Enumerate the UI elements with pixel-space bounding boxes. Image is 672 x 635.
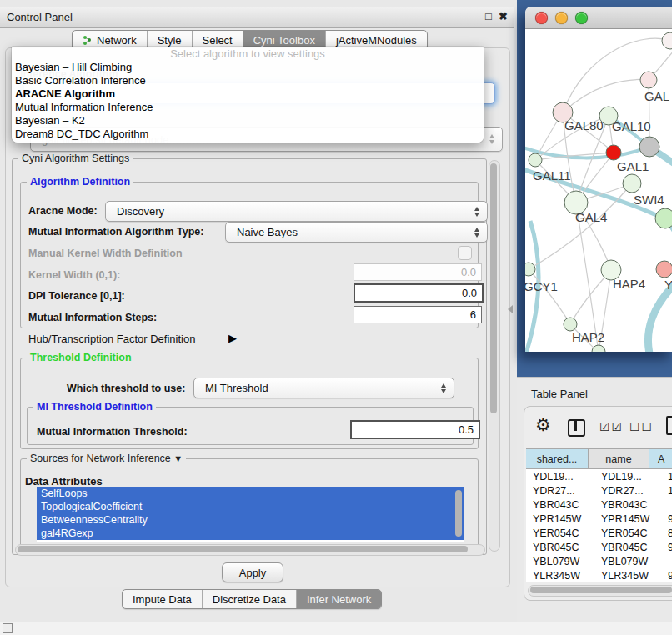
threshold-definition-title: Threshold Definition — [27, 352, 135, 363]
network-node-SWI4[interactable] — [655, 208, 672, 228]
kernel-width-value: 0.0 — [461, 266, 476, 278]
settings-horizontal-scrollbar[interactable] — [15, 544, 485, 556]
float-window-icon[interactable]: □ — [485, 11, 492, 22]
dpi-tolerance-label: DPI Tolerance [0,1]: — [28, 290, 125, 302]
list-item-betweennesscentrality[interactable]: BetweennessCentrality — [37, 513, 464, 527]
deselect-all-checkboxes-icon[interactable]: ☐☐ — [629, 420, 654, 433]
control-panel-titlebar[interactable]: Control Panel □ ✖ — [0, 7, 514, 28]
zoom-traffic-light[interactable] — [575, 12, 588, 24]
menu-item-bayesian-k2[interactable]: Bayesian – K2 — [12, 114, 484, 128]
table-row[interactable]: YBR043C YBR043C — [526, 498, 672, 512]
table-header-row: shared... name A — [526, 448, 672, 469]
mi-steps-field[interactable]: 6 — [354, 306, 482, 323]
network-window-titlebar[interactable] — [525, 7, 672, 29]
tab-discretize-data[interactable]: Discretize Data — [202, 590, 296, 608]
column-header-partial[interactable]: A — [649, 449, 672, 468]
bottom-left-panel-icon[interactable] — [3, 623, 13, 633]
table-row[interactable]: YBR045C YBR045C 9. — [526, 540, 672, 554]
dpi-tolerance-field[interactable]: 0.0 — [354, 283, 484, 302]
close-traffic-light[interactable] — [535, 12, 548, 24]
network-node-label: GAL11 — [533, 168, 571, 182]
list-item-topologicalcoefficient[interactable]: TopologicalCoefficient — [37, 500, 464, 513]
table-row[interactable]: YBL079W YBL079W — [526, 554, 672, 568]
table-row[interactable]: YDL19... YDL19... 13 — [526, 469, 672, 483]
mi-steps-label: Mutual Information Steps: — [28, 312, 157, 323]
network-node-label: GAL10 — [612, 119, 651, 133]
network-node-label: GAL4 — [575, 210, 607, 224]
network-canvas[interactable]: GALGAL80GAL10GAL1GAL11GAL4SWI4GCY1HAP4YH… — [525, 29, 672, 352]
network-node-gal-right[interactable] — [640, 72, 657, 88]
network-node-label: GAL1 — [617, 159, 649, 173]
network-node-gray-node[interactable] — [639, 137, 659, 157]
sources-group-title[interactable]: Sources for Network Inference ▼ — [27, 452, 186, 464]
network-edge[interactable] — [525, 146, 649, 158]
mi-algorithm-type-value: Naive Bayes — [237, 226, 298, 238]
table-panel-title: Table Panel — [531, 388, 588, 400]
table-horizontal-scrollbar[interactable] — [528, 585, 672, 597]
column-header-shared-name[interactable]: shared... — [526, 449, 589, 468]
which-threshold-value: MI Threshold — [205, 382, 268, 394]
hub-definition-label[interactable]: Hub/Transcription Factor Definition — [28, 332, 195, 345]
network-node-GAL11[interactable] — [529, 153, 542, 167]
aracne-mode-value: Discovery — [117, 205, 164, 218]
which-threshold-combo[interactable]: MI Threshold — [193, 378, 454, 398]
tab-infer-network[interactable]: Infer Network — [296, 590, 381, 608]
sources-collapse-arrow-icon[interactable]: ▼ — [173, 453, 183, 463]
table-row[interactable]: YER054C YER054C 8. — [526, 526, 672, 540]
combo-stepper-icon — [441, 383, 446, 393]
settings-vertical-scrollbar[interactable] — [489, 160, 500, 552]
horizontal-scrollbar-thumb[interactable] — [18, 546, 468, 552]
apply-button[interactable]: Apply — [222, 562, 283, 582]
hub-expand-arrow-icon[interactable]: ▶ — [228, 332, 237, 344]
mi-algorithm-type-combo[interactable]: Naive Bayes — [225, 222, 488, 242]
tab-impute-data[interactable]: Impute Data — [123, 590, 202, 608]
table-row[interactable]: YLR345W YLR345W 9. — [526, 568, 672, 582]
menu-item-aracne[interactable]: ARACNE Algorithm — [12, 88, 484, 101]
settings-scrollbar-thumb[interactable] — [490, 163, 497, 413]
menu-item-dream8[interactable]: Dream8 DC_TDC Algorithm — [12, 128, 484, 141]
list-item-gal4rgexp[interactable]: gal4RGexp — [37, 527, 464, 540]
network-node-top-partial[interactable] — [662, 32, 672, 49]
network-node-GCY1[interactable] — [525, 262, 535, 276]
manual-kernel-width-checkbox[interactable] — [458, 246, 472, 260]
network-node-GAL1[interactable] — [623, 174, 641, 192]
mi-threshold-label: Mutual Information Threshold: — [37, 426, 188, 438]
popup-header: Select algorithm to view settings — [12, 47, 484, 61]
manual-kernel-width-label: Manual Kernel Width Definition — [28, 248, 183, 259]
menu-item-mutual-information[interactable]: Mutual Information Inference — [12, 101, 484, 114]
which-threshold-label: Which threshold to use: — [67, 382, 185, 394]
menu-item-basic-correlation[interactable]: Basic Correlation Inference — [12, 74, 484, 88]
select-all-checkboxes-icon[interactable]: ☑☑ — [599, 420, 624, 433]
network-node-pink-right[interactable] — [656, 261, 672, 278]
network-node-label: GCY1 — [525, 279, 558, 293]
network-node-bottom-partial[interactable] — [592, 345, 605, 352]
close-window-icon[interactable]: ✖ — [499, 11, 508, 22]
aracne-mode-label: Aracne Mode: — [28, 205, 98, 217]
table-scrollbar-thumb[interactable] — [530, 587, 672, 593]
gear-icon[interactable]: ⚙ — [535, 415, 551, 435]
attributes-list-scrollbar-thumb[interactable] — [455, 490, 462, 537]
table-row[interactable]: YPR145W YPR145W 9. — [526, 512, 672, 526]
minimize-traffic-light[interactable] — [555, 12, 568, 24]
table-row[interactable]: YDR27... YDR27... 12 — [526, 483, 672, 498]
network-node-label: GAL80 — [564, 118, 604, 132]
menu-item-bayesian-hill-climbing[interactable]: Bayesian – Hill Climbing — [12, 61, 484, 74]
control-panel-title: Control Panel — [7, 11, 73, 23]
mi-threshold-field[interactable]: 0.5 — [350, 420, 480, 439]
tab-network-label: Network — [97, 34, 137, 47]
list-item-selfloops[interactable]: SelfLoops — [37, 487, 464, 500]
dpi-tolerance-value: 0.0 — [462, 287, 477, 299]
network-node-red-node[interactable] — [606, 145, 621, 160]
kernel-width-field[interactable]: 0.0 — [354, 263, 482, 281]
pane-divider-handle[interactable] — [508, 305, 513, 313]
network-node-label: GAL — [644, 89, 669, 103]
column-header-name[interactable]: name — [589, 449, 649, 468]
new-table-icon[interactable] — [666, 416, 672, 435]
aracne-mode-combo[interactable]: Discovery — [105, 201, 488, 222]
mi-algorithm-type-label: Mutual Information Algorithm Type: — [28, 226, 203, 238]
network-node-label: SWI4 — [634, 192, 664, 207]
combo-stepper-icon — [474, 228, 479, 238]
data-attributes-list[interactable]: SelfLoops TopologicalCoefficient Between… — [37, 487, 464, 542]
network-node-HAP2[interactable] — [564, 318, 577, 331]
split-columns-icon[interactable] — [568, 419, 585, 437]
